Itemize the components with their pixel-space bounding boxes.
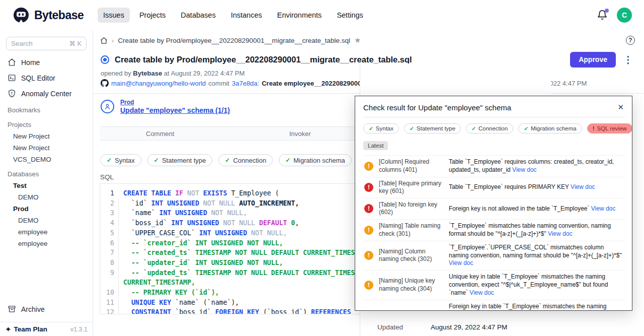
check-badge-migration-schema[interactable]: ✓Migration schema (518, 123, 582, 133)
bytebase-app: Bytebase IssuesProjectsDatabasesInstance… (0, 0, 644, 336)
sidebar-item-employee[interactable]: employee (0, 226, 93, 238)
check-badge-statement-type[interactable]: ✓Statement type (147, 154, 213, 166)
line-number: 1 (100, 188, 119, 198)
line-number: 6 (100, 238, 119, 248)
navbar-item-databases[interactable]: Databases (175, 8, 221, 23)
latest-filter-chip[interactable]: Latest (363, 141, 388, 150)
line-number: 3 (100, 208, 119, 218)
sidebar-item-test[interactable]: Test (0, 180, 93, 191)
side-panel-updated-row: Updated August 29, 2022 4:47 PM (377, 323, 546, 331)
view-doc-link[interactable]: View doc (591, 205, 615, 212)
check-badge-label: Connection (478, 125, 508, 131)
sidebar-item-label: Archive (21, 305, 45, 313)
star-icon[interactable]: ★ (354, 36, 361, 45)
home-icon (8, 58, 16, 66)
sidebar-item-new-project[interactable]: New Project (0, 130, 93, 142)
check-rule-title: [Naming] Column naming check (302) (379, 248, 443, 263)
vcs-commit-hash-link[interactable]: 3a7e8da: (232, 80, 259, 87)
navbar-menu: IssuesProjectsDatabasesInstancesEnvironm… (98, 8, 369, 23)
check-badge-connection[interactable]: ✓Connection (466, 123, 513, 133)
check-rule-description: Foreign key in table `T_Employee` mismat… (449, 303, 623, 311)
check-badge-migration-schema[interactable]: ✓Migration schema (279, 154, 352, 166)
plan-footer[interactable]: ✦ Team Plan v1.3.1 (0, 322, 93, 336)
navbar-item-projects[interactable]: Projects (134, 8, 171, 23)
close-icon[interactable]: ✕ (617, 103, 624, 112)
view-doc-link[interactable]: View doc (548, 230, 572, 237)
check-rule-description: Table `T_Employee` requires columns: cre… (449, 158, 623, 174)
sidebar-item-home[interactable]: Home (0, 54, 93, 70)
check-badge-label: Syntax (376, 125, 393, 131)
user-avatar[interactable]: C (617, 8, 632, 23)
check-badge-syntax[interactable]: ✓Syntax (100, 154, 141, 166)
brand[interactable]: Bytebase (0, 7, 94, 24)
notifications-button[interactable] (597, 10, 608, 21)
line-number: 8 (100, 258, 119, 268)
check-rule-title: [Table] No foreign key (602) (379, 201, 443, 217)
line-number: 5 (100, 228, 119, 238)
person-icon (104, 103, 111, 110)
check-badge-label: Statement type (162, 157, 206, 164)
line-number: 11 (100, 298, 119, 308)
check-rule-description: `T_Employee`.`UPPER_CASE_COL` mismatches… (449, 244, 623, 267)
check-badge-label: Syntax (115, 157, 135, 164)
search-input[interactable]: Search ⌘ K (6, 37, 87, 50)
navbar-item-instances[interactable]: Instances (225, 8, 268, 23)
sidebar-item-employee[interactable]: employee (0, 238, 93, 249)
sidebar-item-new-project[interactable]: New Project (0, 142, 93, 154)
help-icon[interactable]: ? (626, 36, 635, 45)
view-doc-link[interactable]: View doc (571, 183, 595, 190)
check-badge-label: Statement type (417, 125, 455, 131)
navbar-item-environments[interactable]: Environments (272, 8, 328, 23)
sidebar-item-demo[interactable]: DEMO (0, 191, 93, 203)
error-icon: ! (364, 183, 373, 192)
line-number (100, 278, 119, 288)
check-pass-icon: ✓ (154, 157, 159, 164)
line-number: 4 (100, 218, 119, 228)
modal-check-badges: ✓Syntax✓Statement type✓Connection✓Migrat… (363, 123, 624, 133)
notification-dot (605, 9, 609, 13)
github-icon (101, 79, 109, 87)
kebab-menu-icon[interactable]: ⋮ (623, 55, 633, 64)
sidebar-item-demo[interactable]: DEMO (0, 215, 93, 226)
view-doc-link[interactable]: View doc (512, 166, 536, 173)
navbar-item-issues[interactable]: Issues (98, 8, 130, 23)
check-rule-title: [Table] Require primary key (601) (379, 180, 443, 195)
check-badge-statement-type[interactable]: ✓Statement type (404, 123, 461, 133)
navbar-item-settings[interactable]: Settings (331, 8, 368, 23)
view-doc-link[interactable]: View doc (469, 289, 494, 296)
home-icon[interactable] (100, 37, 108, 44)
assignee-person-icon (101, 100, 114, 113)
check-rule-description: Table `T_Employee` requires PRIMARY KEY … (449, 183, 623, 191)
search-shortcut: ⌘ K (69, 40, 82, 47)
modal-header: Check result for Update "employee" schem… (363, 103, 624, 117)
check-result-row: ![Naming] Unique key naming check (304)U… (363, 271, 624, 300)
approve-button[interactable]: Approve (570, 52, 616, 68)
check-result-row: ![Table] Require primary key (601)Table … (363, 177, 624, 198)
sidebar-item-vcs-demo[interactable]: VCS_DEMO (0, 154, 93, 165)
check-badge-label: SQL review (597, 125, 627, 131)
archive-icon (8, 305, 16, 313)
column-header-invoker: Invoker (289, 130, 311, 138)
sidebar-item-sql-editor[interactable]: SQL Editor (0, 70, 93, 86)
check-badge-sql-review[interactable]: !SQL review (587, 123, 632, 133)
view-doc-link[interactable]: View doc (449, 259, 473, 266)
check-pass-icon: ✓ (107, 157, 112, 164)
brand-name: Bytebase (34, 9, 84, 22)
check-rule-title: [Naming] Table naming check (301) (379, 222, 443, 238)
vcs-branch-link[interactable]: main@changyuwong/hello-world (111, 80, 206, 87)
sidebar-section-bookmarks: Bookmarks (0, 101, 93, 116)
check-badge-connection[interactable]: ✓Connection (218, 154, 273, 166)
sidebar-item-prod[interactable]: Prod (0, 203, 93, 215)
stage-task-link[interactable]: Update "employee" schema (1/1) (120, 106, 230, 114)
sidebar-item-label: SQL Editor (21, 74, 55, 82)
check-badge-syntax[interactable]: ✓Syntax (363, 123, 399, 133)
sparkle-icon: ✦ (5, 325, 12, 334)
sidebar-item-anomaly-center[interactable]: Anomaly Center (0, 86, 93, 101)
stage-environment-link[interactable]: Prod (120, 99, 230, 106)
issue-open-icon (101, 55, 109, 64)
warning-icon: ! (364, 281, 373, 290)
sidebar-item-archive[interactable]: Archive (0, 301, 93, 317)
check-pass-icon: ✓ (225, 157, 230, 164)
check-result-row: ![Naming] Foreign key naming check (305)… (363, 300, 624, 311)
navbar-right: C (597, 8, 644, 23)
